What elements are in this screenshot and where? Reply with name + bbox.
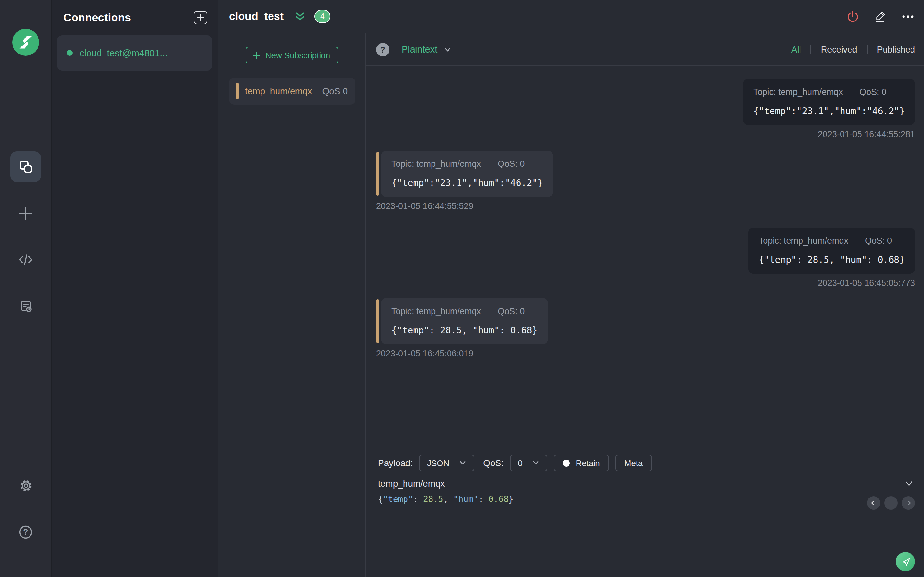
mqttx-logo-icon — [12, 29, 39, 56]
collapse-editor-button[interactable] — [884, 496, 898, 510]
more-options-button[interactable] — [901, 9, 915, 23]
retain-toggle[interactable]: Retain — [554, 455, 609, 471]
messages-area: ? Plaintext All Received Published — [367, 33, 924, 449]
new-subscription-button[interactable]: New Subscription — [246, 47, 338, 63]
message-payload: {"temp": 28.5, "hum": 0.68} — [391, 325, 537, 335]
message-timestamp: 2023-01-05 16:45:06:019 — [376, 349, 473, 358]
message-received: Topic: temp_hum/emqx QoS: 0 {"temp": 28.… — [376, 298, 915, 358]
disconnect-power-icon — [846, 9, 860, 23]
message-bubble: Topic: temp_hum/emqx QoS: 0 {"temp":"23.… — [743, 79, 915, 125]
json-token: : — [478, 494, 488, 504]
subscription-item[interactable]: temp_hum/emqx QoS 0 — [229, 77, 355, 105]
log-icon — [18, 299, 33, 314]
payload-format-help-icon[interactable]: ? — [376, 43, 389, 56]
subscription-qos: QoS 0 — [322, 86, 348, 96]
nav-rail: ? — [0, 0, 52, 577]
topic-input[interactable]: temp_hum/emqx — [378, 478, 445, 488]
filter-published[interactable]: Published — [877, 45, 915, 54]
messages-toolbar: ? Plaintext All Received Published — [367, 33, 924, 66]
connection-list-item[interactable]: cloud_test@m4801... — [57, 35, 212, 71]
sidebar-item-connections[interactable] — [10, 151, 41, 182]
json-token: : — [413, 494, 423, 504]
message-timestamp: 2023-01-05 16:44:55:281 — [818, 129, 915, 139]
prev-payload-button[interactable] — [867, 496, 880, 510]
message-payload: {"temp":"23.1","hum":"46.2"} — [753, 106, 905, 116]
connection-header: cloud_test 4 — [218, 0, 924, 33]
meta-button[interactable]: Meta — [615, 455, 652, 471]
collapse-minus-icon — [887, 499, 895, 507]
json-token: 0.68 — [488, 494, 509, 504]
filter-divider — [867, 45, 867, 54]
message-format-value: Plaintext — [402, 44, 437, 55]
editor-collapse-button[interactable] — [904, 479, 914, 488]
new-subscription-label: New Subscription — [265, 50, 330, 60]
chevron-down-icon — [532, 459, 540, 467]
json-token: , — [443, 494, 453, 504]
add-connection-icon — [197, 14, 204, 21]
settings-gear-icon — [18, 478, 33, 493]
message-topic: Topic: temp_hum/emqx — [753, 87, 843, 97]
filter-all[interactable]: All — [792, 45, 801, 54]
json-token: { — [378, 494, 383, 504]
svg-text:?: ? — [23, 527, 28, 536]
subscription-topic: temp_hum/emqx — [245, 86, 312, 96]
publish-panel: Payload: JSON QoS: 0 — [367, 449, 924, 577]
qos-select[interactable]: 0 — [510, 455, 548, 471]
sidebar-item-help[interactable]: ? — [18, 524, 33, 540]
connection-status-dot — [67, 50, 73, 56]
unread-count-badge: 4 — [314, 10, 330, 23]
plus-icon — [253, 52, 260, 59]
disconnect-button[interactable] — [846, 9, 860, 23]
collapse-panel-button[interactable] — [294, 10, 306, 23]
script-code-icon — [18, 252, 33, 268]
qos-value: 0 — [518, 458, 522, 468]
message-format-select[interactable]: Plaintext — [402, 44, 451, 55]
message-qos: QoS: 0 — [859, 87, 887, 97]
send-button[interactable] — [896, 552, 915, 571]
more-ellipsis-icon — [901, 9, 915, 23]
message-bubble: Topic: temp_hum/emqx QoS: 0 {"temp":"23.… — [381, 151, 553, 197]
new-connection-plus-icon — [18, 206, 33, 221]
message-published: Topic: temp_hum/emqx QoS: 0 {"temp": 28.… — [376, 227, 915, 288]
json-token: 28.5 — [423, 494, 443, 504]
retain-label: Retain — [576, 458, 600, 468]
message-color-bar — [376, 152, 379, 195]
edit-connection-button[interactable] — [873, 9, 887, 23]
filter-divider — [811, 45, 811, 54]
payload-format-value: JSON — [427, 458, 449, 468]
message-bubble: Topic: temp_hum/emqx QoS: 0 {"temp": 28.… — [748, 227, 915, 274]
publish-toolbar: Payload: JSON QoS: 0 — [367, 450, 924, 471]
collapse-double-chevron-icon — [294, 10, 306, 23]
message-bubble: Topic: temp_hum/emqx QoS: 0 {"temp": 28.… — [381, 298, 548, 344]
message-topic: Topic: temp_hum/emqx — [391, 306, 481, 316]
payload-editor[interactable]: {"temp": 28.5, "hum": 0.68} — [367, 488, 924, 504]
filter-received[interactable]: Received — [821, 45, 857, 54]
payload-format-label: Payload: — [378, 458, 413, 468]
sidebar-item-log[interactable] — [18, 299, 33, 314]
subscription-color-bar — [236, 83, 239, 99]
connections-header: Connections — [51, 0, 218, 24]
message-qos: QoS: 0 — [498, 159, 525, 169]
sidebar-item-script[interactable] — [18, 252, 33, 268]
meta-label: Meta — [624, 458, 643, 468]
message-qos: QoS: 0 — [498, 306, 525, 316]
sidebar-item-new-connection[interactable] — [18, 206, 33, 221]
chevron-down-icon — [459, 459, 467, 467]
connections-panel: Connections cloud_test@m4801... — [51, 0, 218, 577]
chevron-down-icon — [904, 479, 914, 488]
message-topic: Topic: temp_hum/emqx — [391, 159, 481, 169]
message-received: Topic: temp_hum/emqx QoS: 0 {"temp":"23.… — [376, 151, 915, 211]
subscriptions-panel: New Subscription temp_hum/emqx QoS 0 — [218, 33, 366, 577]
payload-format-select[interactable]: JSON — [419, 455, 474, 471]
message-payload: {"temp": 28.5, "hum": 0.68} — [759, 255, 905, 265]
json-token: } — [509, 494, 514, 504]
message-list: Topic: temp_hum/emqx QoS: 0 {"temp":"23.… — [367, 79, 924, 358]
chevron-down-icon — [443, 45, 451, 53]
next-arrow-icon — [904, 499, 913, 507]
connection-name: cloud_test@m4801... — [79, 48, 168, 58]
sidebar-item-settings[interactable] — [18, 478, 33, 493]
next-payload-button[interactable] — [901, 496, 915, 510]
json-token: "hum" — [453, 494, 478, 504]
add-connection-button[interactable] — [194, 11, 207, 24]
message-timestamp: 2023-01-05 16:44:55:529 — [376, 201, 473, 211]
